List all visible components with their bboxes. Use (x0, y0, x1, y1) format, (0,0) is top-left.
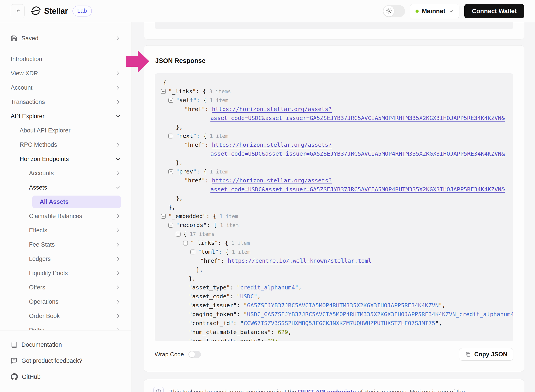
json-link[interactable]: https://horizon.stellar.org/assets? (212, 106, 332, 112)
json-line: }, (155, 158, 513, 167)
chevron-down-icon (115, 185, 121, 191)
json-token: ", (435, 320, 442, 327)
sidebar-item-assets[interactable]: Assets (0, 180, 131, 195)
top-header: Stellar Lab Mainnet Connect Wallet (0, 0, 535, 22)
json-line: "asset_type": "credit_alphanum4", (155, 283, 513, 292)
sidebar-item-order-book[interactable]: Order Book (0, 309, 131, 323)
collapse-sidebar-button[interactable] (11, 4, 24, 18)
json-token: 227 (268, 338, 278, 341)
sidebar-item-label: About API Explorer (20, 127, 70, 134)
json-line: { 17 items (155, 229, 513, 238)
annotation-arrow (126, 50, 149, 72)
theme-toggle[interactable] (383, 5, 405, 17)
sidebar-item-about-api-explorer[interactable]: About API Explorer (0, 123, 131, 138)
collapse-toggle-icon[interactable] (161, 89, 166, 94)
sidebar-item-label: RPC Methods (20, 141, 57, 148)
sidebar: Saved IntroductionView XDRAccountTransac… (0, 22, 132, 392)
sidebar-item-fee-stats[interactable]: Fee Stats (0, 238, 131, 252)
copy-json-button[interactable]: Copy JSON (459, 348, 513, 361)
sidebar-item-rpc-methods[interactable]: RPC Methods (0, 138, 131, 152)
collapse-toggle-icon[interactable] (168, 134, 173, 139)
network-status-dot (415, 9, 419, 13)
sun-icon (386, 8, 392, 15)
json-token: USDC (240, 293, 254, 300)
sidebar-item-introduction[interactable]: Introduction (0, 52, 131, 66)
json-token: "contract_id": " (189, 320, 244, 327)
sidebar-item-all-assets[interactable]: All Assets (0, 195, 131, 209)
json-token: CCW67TSZV3SSS2HXMBQ5JFGCKJNXKZM7UQUWUZPU… (244, 320, 435, 327)
json-token: "_embedded": { (168, 213, 216, 219)
item-count-label: 1 item (228, 240, 250, 246)
sidebar-item-horizon-endpoints[interactable]: Horizon Endpoints (0, 152, 131, 166)
sidebar-item-effects[interactable]: Effects (0, 223, 131, 238)
item-count-label: 17 items (186, 231, 214, 237)
sidebar-item-label: Introduction (11, 56, 42, 63)
json-link[interactable]: asset_code=USDC&asset_issuer=GA5ZSEJYB37… (210, 150, 505, 157)
json-link[interactable]: https://horizon.stellar.org/assets? (212, 177, 332, 184)
collapse-toggle-icon[interactable] (168, 98, 173, 103)
collapse-toggle-icon[interactable] (161, 214, 166, 219)
json-line: "href": https://horizon.stellar.org/asse… (155, 176, 513, 185)
collapse-toggle-icon[interactable] (190, 250, 195, 254)
sidebar-item-transactions[interactable]: Transactions (0, 95, 131, 109)
json-link[interactable]: asset_code=USDC&asset_issuer=GA5ZSEJYB37… (210, 186, 505, 193)
sidebar-footer-label: GitHub (22, 373, 41, 380)
collapse-sidebar-icon (14, 7, 21, 15)
sidebar-footer-label: Got product feedback? (21, 357, 82, 364)
sidebar-item-account[interactable]: Account (0, 80, 131, 95)
collapse-toggle-icon[interactable] (168, 223, 173, 228)
sidebar-item-label: View XDR (11, 70, 38, 77)
stellar-logo-icon (31, 5, 41, 17)
sidebar-footer-item-documentation[interactable]: Documentation (0, 337, 131, 353)
json-token: USDC_GA5ZSEJYB37JRC5AVCIA5MOP4RHTM335X2K… (247, 311, 513, 317)
sidebar-item-ledgers[interactable]: Ledgers (0, 252, 131, 266)
sidebar-item-view-xdr[interactable]: View XDR (0, 66, 131, 80)
json-line: "self": { 1 item (155, 96, 513, 105)
save-icon (11, 35, 17, 42)
json-token: GA5ZSEJYB37JRC5AVCIA5MOP4RHTM335X2KGX3IH… (247, 302, 439, 309)
collapse-toggle-icon[interactable] (168, 169, 173, 174)
json-link[interactable]: asset_code=USDC&asset_issuer=GA5ZSEJYB37… (210, 115, 505, 121)
json-line: "_links": { 3 items (155, 87, 513, 96)
json-token: "self": { (176, 97, 207, 103)
chevron-right-icon (115, 299, 121, 305)
previous-section-card (144, 22, 524, 39)
sidebar-item-accounts[interactable]: Accounts (0, 166, 131, 180)
json-line: "href": https://centre.io/.well-known/st… (155, 256, 513, 265)
wrap-code-label: Wrap Code (155, 351, 184, 358)
json-token: ", (439, 302, 446, 309)
sidebar-item-api-explorer[interactable]: API Explorer (0, 109, 131, 123)
rest-api-endpoints-link[interactable]: REST API endpoints (298, 389, 356, 392)
sidebar-item-operations[interactable]: Operations (0, 294, 131, 309)
sidebar-active-item-pill: All Assets (32, 196, 121, 208)
json-link[interactable]: https://centre.io/.well-known/stellar.to… (228, 257, 372, 264)
sidebar-item-offers[interactable]: Offers (0, 280, 131, 294)
chevron-right-icon (115, 35, 121, 41)
info-note-card: This tool can be used to run queries aga… (144, 379, 524, 392)
json-token: "_links": { (168, 88, 206, 94)
sidebar-footer-item-got-product-feedback[interactable]: Got product feedback? (0, 353, 131, 369)
collapse-toggle-icon[interactable] (183, 241, 188, 246)
chevron-right-icon (115, 85, 121, 91)
json-link[interactable]: https://horizon.stellar.org/assets? (212, 141, 332, 148)
sidebar-item-liquidity-pools[interactable]: Liquidity Pools (0, 266, 131, 280)
sidebar-item-saved[interactable]: Saved (0, 31, 131, 46)
json-token: "num_claimable_balances": (189, 329, 278, 335)
item-count-label: 1 item (217, 222, 238, 228)
sidebar-footer-item-github[interactable]: GitHub (0, 369, 131, 385)
json-token: "asset_type": " (189, 284, 240, 291)
json-token: }, (176, 159, 183, 166)
brand-logo[interactable]: Stellar Lab (31, 5, 92, 17)
connect-wallet-button[interactable]: Connect Wallet (464, 4, 524, 18)
json-line: }, (155, 203, 513, 212)
sidebar-item-claimable-balances[interactable]: Claimable Balances (0, 209, 131, 223)
network-selector[interactable]: Mainnet (410, 4, 459, 18)
collapse-toggle-icon[interactable] (176, 232, 181, 237)
item-count-label: 1 item (207, 133, 228, 139)
chevron-right-icon (115, 213, 121, 219)
json-token: , (278, 338, 281, 341)
network-label: Mainnet (422, 8, 445, 15)
json-line: "contract_id": "CCW67TSZV3SSS2HXMBQ5JFGC… (155, 319, 513, 327)
wrap-code-toggle[interactable] (188, 351, 201, 358)
sidebar-item-label: Offers (29, 284, 45, 291)
